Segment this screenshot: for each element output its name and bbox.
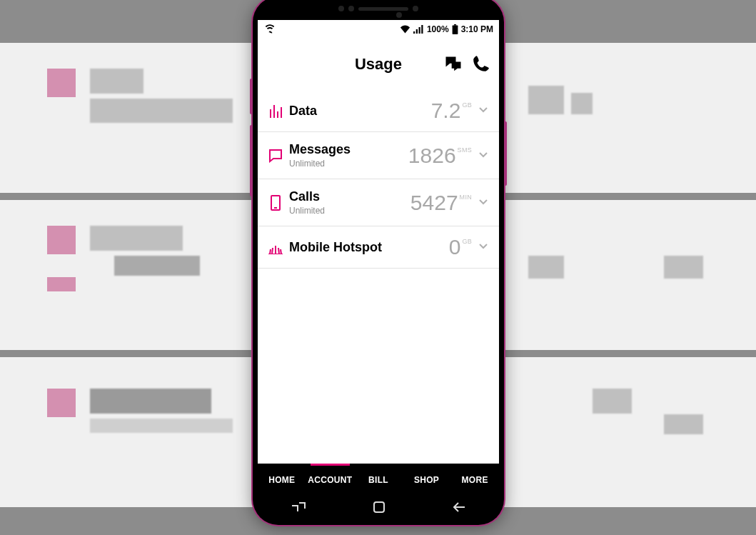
wifi-icon — [400, 25, 410, 34]
row-label: Calls — [289, 189, 410, 204]
phone-rect-icon — [265, 195, 286, 211]
row-value: 1826 — [408, 145, 456, 166]
row-sub: Unlimited — [289, 159, 408, 169]
chevron-down-icon — [478, 149, 489, 163]
tab-account[interactable]: ACCOUNT — [306, 464, 355, 496]
svg-rect-18 — [374, 502, 384, 512]
screen: 100% 3:10 PM Usage — [258, 20, 499, 496]
row-label: Data — [289, 104, 431, 119]
battery-icon — [452, 24, 458, 34]
tab-label: ACCOUNT — [308, 475, 352, 485]
svg-rect-4 — [454, 24, 456, 26]
row-value: 0 — [449, 236, 461, 258]
row-messages[interactable]: Messages Unlimited 1826 SMS — [258, 132, 499, 179]
tab-label: SHOP — [414, 475, 439, 485]
row-label: Messages — [289, 142, 408, 157]
tab-shop[interactable]: SHOP — [403, 464, 451, 496]
back-icon[interactable] — [452, 501, 466, 516]
row-label: Mobile Hotspot — [289, 240, 449, 255]
status-bar: 100% 3:10 PM — [258, 20, 499, 39]
app-header: Usage — [258, 39, 499, 90]
clock: 3:10 PM — [461, 24, 493, 34]
row-sub: Unlimited — [289, 206, 410, 216]
svg-rect-5 — [452, 26, 458, 34]
tab-label: MORE — [462, 475, 488, 485]
page-title: Usage — [355, 55, 402, 74]
battery-pct: 100% — [427, 24, 449, 34]
home-icon[interactable] — [373, 501, 385, 516]
phone-frame: 100% 3:10 PM Usage — [253, 0, 504, 525]
row-value: 7.2 — [431, 100, 461, 121]
tab-more[interactable]: MORE — [450, 464, 499, 496]
bottom-tabs: HOME ACCOUNT BILL SHOP MORE — [258, 464, 499, 496]
tab-bill[interactable]: BILL — [354, 464, 403, 496]
row-hotspot[interactable]: Mobile Hotspot 0 GB — [258, 226, 499, 269]
row-unit: GB — [462, 238, 472, 245]
chevron-down-icon — [478, 196, 489, 210]
tab-label: BILL — [368, 475, 388, 485]
chevron-down-icon — [478, 240, 489, 254]
hotspot-icon — [265, 240, 286, 254]
message-icon — [265, 149, 286, 163]
phone-icon[interactable] — [472, 54, 492, 74]
chevron-down-icon — [478, 104, 489, 118]
wifi-calling-icon — [263, 24, 276, 34]
row-unit: MIN — [460, 194, 472, 201]
svg-line-16 — [281, 249, 281, 254]
svg-rect-0 — [413, 31, 415, 34]
chat-icon[interactable] — [443, 54, 463, 74]
row-value: 5427 — [410, 192, 458, 214]
bars-icon — [265, 104, 286, 118]
tab-label: HOME — [268, 475, 295, 485]
row-unit: GB — [462, 101, 472, 109]
usage-list: Data 7.2 GB Messages Unlimi — [258, 90, 499, 464]
svg-rect-2 — [418, 27, 420, 34]
row-calls[interactable]: Calls Unlimited 5427 MIN — [258, 179, 499, 226]
svg-line-14 — [278, 248, 279, 254]
android-softkeys — [258, 496, 499, 521]
recent-apps-icon[interactable] — [291, 501, 306, 516]
svg-line-13 — [272, 248, 273, 254]
row-data[interactable]: Data 7.2 GB — [258, 90, 499, 132]
svg-line-15 — [270, 249, 271, 254]
signal-icon — [413, 25, 424, 34]
svg-rect-1 — [416, 29, 418, 34]
row-unit: SMS — [458, 146, 472, 154]
tab-home[interactable]: HOME — [258, 464, 306, 496]
svg-rect-3 — [421, 25, 423, 34]
